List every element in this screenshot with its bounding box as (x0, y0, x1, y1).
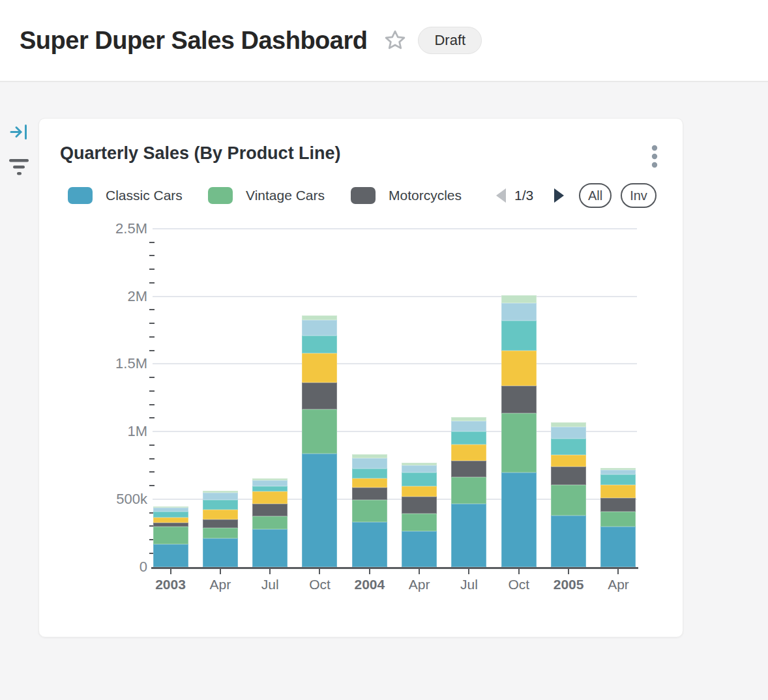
bar-segment-classic-cars-oct-7[interactable] (501, 473, 537, 566)
filter-icon[interactable] (8, 158, 29, 180)
y-axis-tick-label: 500k (102, 491, 147, 508)
bar-segment-vintage-cars-oct-3[interactable] (302, 409, 337, 454)
y-axis-tick-label: 1.5M (102, 355, 147, 372)
bar-segment-unlabeled-yellow-legend-page-2-jul-6[interactable] (451, 445, 486, 461)
bar-segment-vintage-cars-oct-7[interactable] (501, 413, 537, 473)
bar-segment-unlabeled-light-blue-legend-page-2-apr-9[interactable] (600, 470, 636, 474)
bar-segment-vintage-cars-jul-2[interactable] (252, 516, 288, 529)
bar-segment-unlabeled-pale-green-legend-page-3-oct-7[interactable] (501, 295, 537, 303)
bar-segment-unlabeled-pale-green-legend-page-3-apr-1[interactable] (203, 491, 238, 493)
bar-segment-motorcycles-jul-6[interactable] (451, 461, 486, 477)
bar-segment-unlabeled-yellow-legend-page-2-jul-2[interactable] (252, 491, 288, 503)
y-axis-minor-tick (149, 269, 155, 270)
bar-segment-vintage-cars-apr-1[interactable] (203, 528, 238, 539)
bar-segment-motorcycles-apr-9[interactable] (600, 498, 636, 512)
y-axis-minor-tick (149, 336, 155, 338)
bar-segment-unlabeled-pale-green-legend-page-3-2004-4[interactable] (352, 454, 387, 458)
bar-segment-unlabeled-pale-green-legend-page-3-jul-2[interactable] (252, 478, 288, 480)
bar-segment-classic-cars-jul-2[interactable] (252, 529, 288, 567)
bar-segment-unlabeled-yellow-legend-page-2-2004-4[interactable] (352, 478, 387, 488)
app-header: Super Duper Sales Dashboard Draft (0, 0, 768, 82)
y-axis-minor-tick (149, 377, 155, 378)
bar-segment-motorcycles-2003-0[interactable] (153, 523, 188, 527)
x-axis-tick (220, 569, 221, 574)
bar-segment-unlabeled-light-blue-legend-page-2-jul-6[interactable] (451, 421, 486, 431)
bar-segment-unlabeled-yellow-legend-page-2-apr-5[interactable] (402, 486, 437, 497)
bar-segment-unlabeled-pale-green-legend-page-3-apr-9[interactable] (600, 468, 636, 470)
bar-segment-motorcycles-oct-7[interactable] (501, 386, 537, 413)
bar-segment-unlabeled-light-blue-legend-page-2-jul-2[interactable] (252, 480, 288, 486)
bar-segment-vintage-cars-apr-5[interactable] (402, 514, 437, 531)
x-axis-tick (419, 569, 420, 574)
bar-segment-motorcycles-2004-4[interactable] (352, 488, 387, 500)
bar-segment-motorcycles-jul-2[interactable] (252, 504, 288, 516)
bar-segment-unlabeled-pale-green-legend-page-3-2003-0[interactable] (153, 506, 188, 508)
bar-segment-unlabeled-pale-green-legend-page-3-oct-3[interactable] (302, 315, 337, 320)
dashboard-canvas: Quarterly Sales (By Product Line) Classi… (0, 82, 768, 699)
bar-segment-unlabeled-yellow-legend-page-2-oct-3[interactable] (302, 353, 337, 383)
bar-segment-classic-cars-2004-4[interactable] (352, 522, 387, 567)
bar-segment-unlabeled-yellow-legend-page-2-apr-9[interactable] (600, 485, 636, 498)
bar-segment-unlabeled-yellow-legend-page-2-apr-1[interactable] (203, 510, 238, 519)
bar-segment-unlabeled-teal-legend-page-2-jul-2[interactable] (252, 486, 288, 491)
y-axis-minor-tick (149, 404, 155, 405)
bar-segment-unlabeled-light-blue-legend-page-2-oct-7[interactable] (501, 303, 537, 321)
bar-segment-classic-cars-2005-8[interactable] (551, 516, 586, 567)
bar-segment-unlabeled-yellow-legend-page-2-2003-0[interactable] (153, 518, 188, 523)
bar-segment-unlabeled-light-blue-legend-page-2-2003-0[interactable] (153, 508, 188, 512)
bar-segment-unlabeled-light-blue-legend-page-2-2005-8[interactable] (551, 427, 586, 438)
bar-segment-unlabeled-light-blue-legend-page-2-apr-5[interactable] (402, 465, 437, 472)
bar-segment-unlabeled-pale-green-legend-page-3-apr-5[interactable] (402, 463, 437, 465)
bar-segment-vintage-cars-apr-9[interactable] (600, 512, 636, 527)
bar-segment-classic-cars-apr-9[interactable] (600, 527, 636, 566)
bar-segment-unlabeled-teal-legend-page-2-oct-7[interactable] (501, 321, 537, 351)
bar-segment-vintage-cars-2003-0[interactable] (153, 527, 188, 544)
bar-segment-motorcycles-apr-1[interactable] (203, 519, 238, 528)
y-axis-minor-tick (149, 323, 155, 324)
bar-segment-unlabeled-teal-legend-page-2-jul-6[interactable] (451, 431, 486, 445)
bar-segment-unlabeled-teal-legend-page-2-apr-9[interactable] (600, 474, 636, 485)
bar-segment-unlabeled-teal-legend-page-2-2005-8[interactable] (551, 439, 586, 455)
bar-segment-vintage-cars-2005-8[interactable] (551, 485, 586, 515)
y-axis-minor-tick (149, 390, 155, 392)
bar-segment-unlabeled-teal-legend-page-2-apr-1[interactable] (203, 500, 238, 509)
bar-segment-classic-cars-oct-3[interactable] (302, 454, 337, 566)
bar-segment-unlabeled-teal-legend-page-2-2004-4[interactable] (352, 469, 387, 478)
x-axis-tick (269, 569, 271, 574)
bar-segment-motorcycles-2005-8[interactable] (551, 467, 586, 486)
bar-segment-unlabeled-light-blue-legend-page-2-apr-1[interactable] (203, 493, 238, 500)
y-axis-tick-label: 2M (102, 288, 147, 305)
x-axis-category-label: Apr (589, 577, 647, 592)
bar-segment-vintage-cars-jul-6[interactable] (451, 477, 486, 504)
favorite-star-icon[interactable] (383, 28, 407, 53)
y-axis-tick-label: 0 (102, 559, 147, 576)
bar-segment-unlabeled-pale-green-legend-page-3-jul-6[interactable] (451, 417, 486, 421)
y-gridline (153, 228, 637, 229)
bar-segment-unlabeled-teal-legend-page-2-oct-3[interactable] (302, 336, 337, 353)
chart-widget-card: Quarterly Sales (By Product Line) Classi… (38, 118, 683, 637)
bar-segment-unlabeled-teal-legend-page-2-apr-5[interactable] (402, 473, 437, 486)
bar-segment-motorcycles-apr-5[interactable] (402, 497, 437, 514)
status-badge[interactable]: Draft (418, 27, 482, 54)
x-axis-tick (568, 569, 569, 574)
bar-segment-unlabeled-light-blue-legend-page-2-oct-3[interactable] (302, 320, 337, 336)
bar-segment-motorcycles-oct-3[interactable] (302, 383, 337, 409)
y-axis-minor-tick (149, 350, 155, 351)
bar-segment-classic-cars-apr-1[interactable] (203, 538, 238, 566)
bar-segment-unlabeled-pale-green-legend-page-3-2005-8[interactable] (551, 422, 586, 427)
bar-segment-unlabeled-light-blue-legend-page-2-2004-4[interactable] (352, 458, 387, 469)
bar-segment-unlabeled-yellow-legend-page-2-2005-8[interactable] (551, 455, 586, 467)
x-axis-tick (319, 569, 320, 574)
bar-segment-unlabeled-yellow-legend-page-2-oct-7[interactable] (501, 351, 537, 386)
y-axis-minor-tick (149, 485, 155, 486)
page-title: Super Duper Sales Dashboard (20, 27, 367, 55)
bar-segment-unlabeled-teal-legend-page-2-2003-0[interactable] (153, 512, 188, 518)
y-axis-minor-tick (149, 309, 155, 310)
bar-segment-classic-cars-apr-5[interactable] (402, 531, 437, 567)
bar-segment-classic-cars-2003-0[interactable] (153, 544, 188, 567)
collapse-panel-icon[interactable] (9, 123, 29, 143)
bar-segment-classic-cars-jul-6[interactable] (451, 504, 486, 566)
bar-segment-vintage-cars-2004-4[interactable] (352, 500, 387, 521)
x-axis-tick (468, 569, 469, 574)
y-axis-tick-label: 1M (102, 423, 147, 440)
